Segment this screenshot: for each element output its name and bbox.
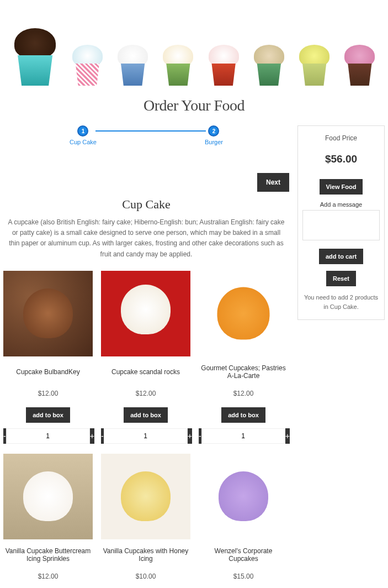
product-card: Vanilla Cupcakes with Honey Icing $10.00… (101, 454, 190, 588)
step-label: Cup Cake (70, 139, 97, 145)
sidebar-total-price: $56.00 (302, 153, 380, 165)
hero-cupcake-icon (70, 36, 105, 86)
qty-input[interactable] (201, 428, 285, 444)
message-textarea[interactable] (302, 210, 380, 240)
product-card: Cupcake scandal rocks $12.00 add to box … (101, 271, 190, 444)
product-price: $12.00 (101, 390, 190, 397)
add-to-box-button[interactable]: add to box (26, 407, 70, 423)
product-name: Wenzel's Corporate Cupcakes (199, 547, 288, 563)
product-price: $12.00 (3, 390, 93, 397)
sidebar-note: You need to add 2 products in Cup Cake. (302, 293, 380, 311)
add-to-box-button[interactable]: add to box (124, 407, 168, 423)
sidebar-title: Food Price (302, 134, 380, 142)
add-to-box-button[interactable]: add to box (221, 407, 265, 423)
section-description: A cupcake (also British English: fairy c… (3, 217, 289, 260)
step-line (95, 130, 206, 132)
message-label: Add a message (302, 201, 380, 208)
product-image (3, 454, 93, 539)
next-button[interactable]: Next (257, 173, 289, 192)
product-grid: Cupcake BulbandKey $12.00 add to box - +… (3, 271, 289, 588)
qty-input[interactable] (6, 428, 90, 444)
step-label: Burger (205, 139, 223, 145)
page-title: Order Your Food (0, 97, 388, 114)
step-2[interactable]: 2 Burger (205, 125, 223, 145)
hero-cupcake-icon (296, 36, 332, 86)
product-image (101, 454, 190, 539)
hero-cupcake-row (0, 0, 388, 88)
hero-cupcake-icon (251, 36, 287, 86)
quantity-row: - + (3, 428, 93, 444)
qty-input[interactable] (104, 428, 188, 444)
hero-cupcake-icon (206, 36, 242, 86)
main-column: 1 Cup Cake 2 Burger Next Cup Cake A cupc… (3, 125, 289, 588)
hero-cupcake-icon (160, 36, 196, 86)
product-name: Vanilla Cupcakes with Honey Icing (101, 547, 190, 563)
product-image (199, 271, 288, 356)
hero-cupcake-icon (10, 14, 60, 86)
product-card: Wenzel's Corporate Cupcakes $15.00 add t… (199, 454, 288, 588)
product-name: Cupcake scandal rocks (101, 364, 190, 380)
qty-plus-button[interactable]: + (188, 428, 192, 444)
hero-cupcake-icon (115, 36, 151, 86)
sidebar: Food Price $56.00 View Food Add a messag… (297, 125, 385, 320)
hero-cupcake-icon (342, 36, 378, 86)
step-circle: 1 (77, 125, 88, 136)
section-title: Cup Cake (3, 197, 289, 212)
product-price: $10.00 (101, 573, 190, 580)
product-name: Gourmet Cupcakes; Pastries A-La-Carte (199, 364, 288, 380)
qty-plus-button[interactable]: + (90, 428, 94, 444)
step-circle: 2 (208, 125, 219, 136)
product-price: $15.00 (199, 573, 288, 580)
step-1[interactable]: 1 Cup Cake (70, 125, 97, 145)
progress-stepper: 1 Cup Cake 2 Burger (3, 125, 289, 151)
product-image (101, 271, 190, 356)
quantity-row: - + (101, 428, 190, 444)
product-price: $12.00 (199, 390, 288, 397)
product-image (3, 271, 93, 356)
view-food-button[interactable]: View Food (320, 179, 363, 195)
qty-plus-button[interactable]: + (285, 428, 290, 444)
product-card: Vanilla Cupcake Buttercream Icing Sprink… (3, 454, 93, 588)
reset-button[interactable]: Reset (326, 271, 356, 286)
quantity-row: - + (199, 428, 288, 444)
product-name: Cupcake BulbandKey (3, 364, 93, 380)
add-to-cart-button[interactable]: add to cart (319, 249, 363, 264)
product-card: Gourmet Cupcakes; Pastries A-La-Carte $1… (199, 271, 288, 444)
product-image (199, 454, 288, 539)
product-price: $12.00 (3, 573, 93, 580)
product-card: Cupcake BulbandKey $12.00 add to box - + (3, 271, 93, 444)
product-name: Vanilla Cupcake Buttercream Icing Sprink… (3, 547, 93, 563)
